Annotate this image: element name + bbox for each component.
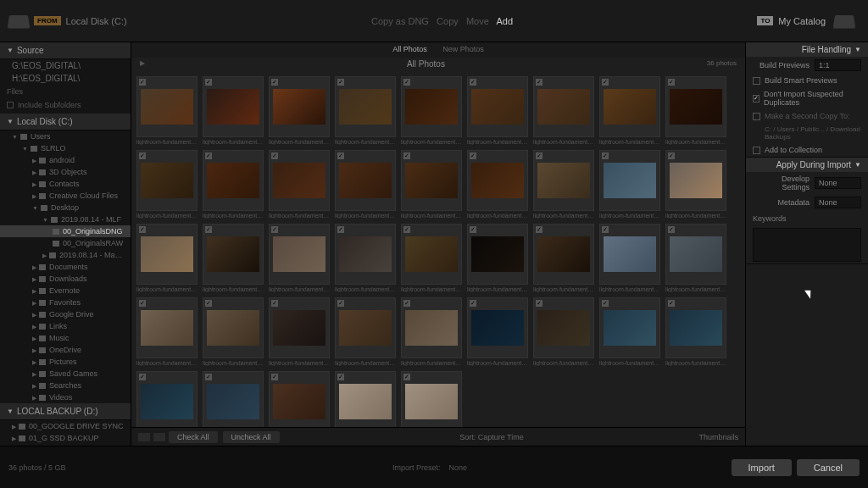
thumbnail[interactable]: ✓lightroom-fundamentals-tuto...	[335, 150, 396, 219]
folder-item[interactable]: ▶OneDrive	[0, 344, 131, 356]
thumbnail[interactable]: ✓lightroom-fundamentals-tuto...	[335, 76, 396, 145]
folder-item[interactable]: ▶Music	[0, 332, 131, 344]
folder-item[interactable]: ▼2019.08.14 - MLF	[0, 214, 131, 225]
folder-item[interactable]: ▶Videos	[0, 391, 131, 403]
thumbnail[interactable]: ✓lightroom-fundamentals-tuto...	[401, 224, 462, 292]
folder-item[interactable]: ▶2018.12.18 - Dennis Delta's Styled S...	[0, 444, 131, 446]
build-previews-field[interactable]: Build Previews 1:1	[746, 57, 868, 74]
mode-copy-dng[interactable]: Copy as DNG	[371, 16, 429, 26]
tab-all-photos[interactable]: All Photos	[392, 45, 427, 53]
thumbnail[interactable]: ✓lightroom-fundamentals-tuto...	[203, 76, 264, 145]
thumbnail[interactable]: ✓lightroom-fundamentals-tuto...	[599, 297, 660, 366]
folder-item[interactable]: ▶Downloads	[0, 273, 131, 285]
thumbnail[interactable]: ✓lightroom-fundamentals-tuto...	[335, 297, 396, 366]
thumbnail[interactable]: ✓lightroom-fundamentals-tuto...	[533, 76, 594, 145]
thumbnail[interactable]: ✓lightroom-fundamentals-tuto...	[136, 76, 198, 145]
mode-add[interactable]: Add	[496, 16, 513, 26]
thumbnail[interactable]: ✓lightroom-fundamentals-tuto...	[136, 297, 198, 366]
cancel-button[interactable]: Cancel	[797, 459, 860, 476]
thumbnail[interactable]: ✓lightroom-fundamentals-tuto...	[401, 297, 462, 366]
folder-item[interactable]: ▶Searches	[0, 380, 131, 391]
thumbnail[interactable]: ✓lightroom-fundamentals-tuto...	[467, 297, 528, 366]
thumbnail[interactable]: ✓lightroom-fundamentals-tuto...	[665, 224, 726, 292]
thumbnail[interactable]: ✓lightroom-fundamentals-tuto...	[269, 150, 330, 219]
folder-item[interactable]: ▶Evernote	[0, 285, 131, 297]
folder-item[interactable]: ▶android	[0, 154, 131, 166]
thumbnail[interactable]: ✓lightroom-fundamentals-tuto...	[335, 371, 396, 427]
import-button[interactable]: Import	[732, 459, 792, 476]
import-preset-value[interactable]: None	[449, 463, 468, 472]
folder-item[interactable]: ▶Saved Games	[0, 368, 131, 380]
thumbnail[interactable]: ✓lightroom-fundamentals-tuto...	[665, 297, 726, 366]
second-copy-checkbox[interactable]: Make a Second Copy To:	[746, 109, 868, 123]
thumbnail[interactable]: ✓lightroom-fundamentals-tuto...	[533, 150, 594, 219]
check-all-button[interactable]: Check All	[169, 431, 218, 443]
device-item[interactable]: H:\EOS_DIGITAL\	[0, 72, 131, 85]
folder-item[interactable]: ▶Creative Cloud Files	[0, 190, 131, 202]
no-duplicates-checkbox[interactable]: ✓Don't Import Suspected Duplicates	[746, 87, 868, 109]
thumbnail[interactable]: ✓lightroom-fundamentals-tuto...	[599, 76, 660, 145]
to-catalog[interactable]: My Catalog	[778, 16, 826, 26]
folder-item[interactable]: ▶01_G SSD BACKUP	[0, 432, 131, 444]
folder-item[interactable]: ▼SLRLO	[0, 142, 131, 154]
file-handling-header[interactable]: File Handling▼	[746, 42, 868, 57]
uncheck-all-button[interactable]: Uncheck All	[223, 431, 280, 443]
apply-during-import-header[interactable]: Apply During Import▼	[746, 158, 868, 172]
include-subfolders[interactable]: Include Subfolders	[0, 98, 131, 112]
add-to-collection-checkbox[interactable]: Add to Collection	[746, 143, 868, 157]
device-item[interactable]: G:\EOS_DIGITAL\	[0, 59, 131, 72]
folder-item[interactable]: ▶3D Objects	[0, 166, 131, 178]
thumbnail[interactable]: ✓lightroom-fundamentals-tuto...	[533, 224, 594, 292]
thumbnail[interactable]: ✓lightroom-fundamentals-tuto...	[599, 224, 660, 292]
thumbnail[interactable]: ✓lightroom-fundamentals-tuto...	[136, 150, 198, 219]
thumbnail[interactable]: ✓lightroom-fundamentals-tuto...	[136, 224, 198, 292]
thumbnail[interactable]: ✓lightroom-fundamentals-tuto...	[269, 371, 330, 427]
smart-previews-checkbox[interactable]: Build Smart Previews	[746, 74, 868, 87]
drive-d[interactable]: ▼LOCAL BACKUP (D:)	[0, 403, 131, 420]
folder-item-selected[interactable]: 00_OriginalsDNG	[0, 225, 131, 237]
loupe-view-icon[interactable]	[153, 433, 165, 441]
thumbnail[interactable]: ✓lightroom-fundamentals-tuto...	[269, 297, 330, 366]
folder-item[interactable]: 00_OriginalsRAW	[0, 237, 131, 249]
thumbnail[interactable]: ✓lightroom-fundamentals-tuto...	[467, 150, 528, 219]
folder-item[interactable]: ▶Contacts	[0, 178, 131, 190]
folder-item[interactable]: ▶Favorites	[0, 297, 131, 308]
folder-item[interactable]: ▼Users	[0, 130, 131, 142]
thumbnail[interactable]: ✓lightroom-fundamentals-tuto...	[203, 371, 264, 427]
folder-item[interactable]: ▼Desktop	[0, 202, 131, 214]
tab-new-photos[interactable]: New Photos	[442, 45, 484, 53]
mode-copy[interactable]: Copy	[437, 16, 459, 26]
thumbnail[interactable]: ✓lightroom-fundamentals-tuto...	[269, 224, 330, 292]
folder-item[interactable]: ▶Links	[0, 320, 131, 332]
grid-view-icon[interactable]	[138, 433, 150, 441]
thumbnail[interactable]: ✓lightroom-fundamentals-tuto...	[599, 150, 660, 219]
keywords-input[interactable]	[753, 228, 861, 262]
thumbnail[interactable]: ✓lightroom-fundamentals-tuto...	[665, 150, 726, 219]
thumbnail[interactable]: ✓lightroom-fundamentals-tuto...	[401, 150, 462, 219]
folder-tree: ▼Local Disk (C:) ▼Users ▼SLRLO ▶android …	[0, 112, 131, 446]
source-header[interactable]: ▼Source	[0, 42, 131, 59]
folder-item[interactable]: ▶2019.08.14 - Mastering Lightro...	[0, 249, 131, 261]
folder-item[interactable]: ▶00_GOOGLE DRIVE SYNC	[0, 420, 131, 432]
folder-item[interactable]: ▶Documents	[0, 261, 131, 273]
thumbnail[interactable]: ✓lightroom-fundamentals-tuto...	[203, 297, 264, 366]
drive-c[interactable]: ▼Local Disk (C:)	[0, 114, 131, 130]
thumbnail[interactable]: ✓lightroom-fundamentals-tuto...	[203, 150, 264, 219]
thumbnail[interactable]: ✓lightroom-fundamentals-tuto...	[401, 76, 462, 145]
folder-item[interactable]: ▶Google Drive	[0, 308, 131, 320]
thumbnail[interactable]: ✓lightroom-fundamentals-tuto...	[533, 297, 594, 366]
metadata-field[interactable]: Metadata None	[746, 194, 868, 211]
folder-item[interactable]: ▶Pictures	[0, 356, 131, 368]
mode-move[interactable]: Move	[466, 16, 489, 26]
thumbnail[interactable]: ✓lightroom-fundamentals-tuto...	[269, 76, 330, 145]
thumbnail[interactable]: ✓lightroom-fundamentals-tuto...	[136, 371, 198, 427]
thumbnail[interactable]: ✓lightroom-fundamentals-tuto...	[467, 76, 528, 145]
thumbnail[interactable]: ✓lightroom-fundamentals-tuto...	[203, 224, 264, 292]
thumbnail[interactable]: ✓lightroom-fundamentals-tuto...	[467, 224, 528, 292]
sort-value[interactable]: Capture Time	[478, 433, 524, 441]
develop-settings-field[interactable]: Develop Settings None	[746, 172, 868, 194]
thumbnail[interactable]: ✓lightroom-fundamentals-tuto...	[665, 76, 726, 145]
from-disk[interactable]: Local Disk (C:)	[66, 16, 127, 26]
thumbnail[interactable]: ✓lightroom-fundamentals-tuto...	[335, 224, 396, 292]
thumbnail[interactable]: ✓lightroom-fundamentals-tuto...	[401, 371, 462, 427]
